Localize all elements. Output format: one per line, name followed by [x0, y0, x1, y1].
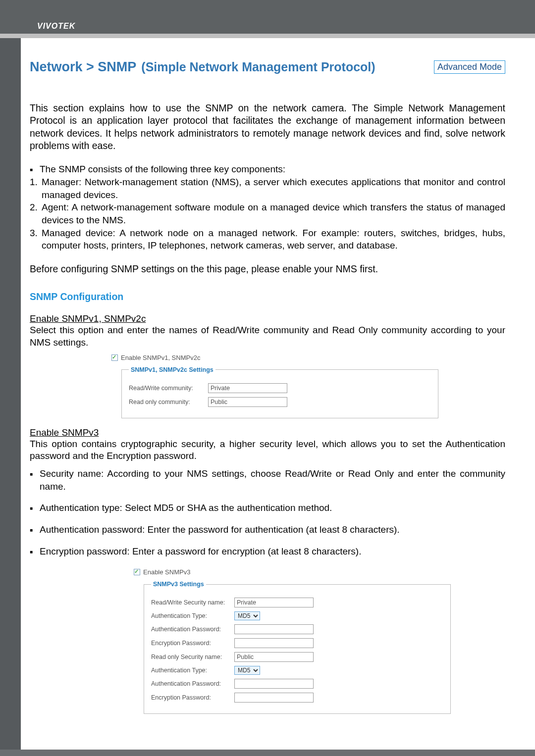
select-auth-type-rw[interactable]: MD5 [234, 611, 260, 620]
component-manager: Manager: Network-management station (NMS… [42, 176, 505, 201]
component-agent: Agent: A network-management software mod… [42, 201, 505, 226]
input-enc-pass-ro[interactable] [234, 693, 314, 703]
brand-logo: VIVOTEK [37, 22, 75, 30]
label-ro-security-name: Read only Security name: [151, 654, 234, 660]
before-note: Before configuring SNMP settings on the … [30, 263, 505, 275]
panel-snmpv12: Enable SNMPv1, SNMPv2c SNMPv1, SNMPv2c S… [111, 354, 438, 418]
advanced-mode-badge: Advanced Mode [434, 60, 505, 74]
components-intro: The SNMP consists of the following three… [40, 163, 505, 176]
checkbox-enable-v12-label: Enable SNMPv1, SNMPv2c [121, 354, 200, 361]
fieldset-v12-settings: SNMPv1, SNMPv2c Settings Read/Write comm… [121, 366, 438, 418]
input-ro-community[interactable] [208, 397, 287, 407]
label-enc-pass-ro: Encryption Password: [151, 694, 234, 701]
v3-bullet-security-name: Security name: According to your NMS set… [40, 467, 505, 493]
input-ro-security-name[interactable] [234, 652, 314, 662]
v3-bullet-auth-type: Authentication type: Select MD5 or SHA a… [40, 502, 505, 514]
list-number: 1. [30, 176, 42, 201]
section-snmp-config: SNMP Configuration [30, 291, 505, 302]
intro-paragraph: This section explains how to use the SNM… [30, 102, 505, 152]
bullet-square-icon: ■ [30, 163, 40, 176]
v3-bullet-auth-pass: Authentication password: Enter the passw… [40, 523, 505, 536]
input-enc-pass-rw[interactable] [234, 638, 314, 648]
checkbox-enable-v3-label: Enable SNMPv3 [143, 568, 190, 576]
select-auth-type-ro[interactable]: MD5 [234, 666, 260, 675]
checkbox-enable-v12[interactable] [111, 354, 118, 361]
panel-snmpv3: Enable SNMPv3 SNMPv3 Settings Read/Write… [134, 568, 451, 714]
fieldset-v3-settings: SNMPv3 Settings Read/Write Security name… [144, 581, 451, 714]
input-rw-security-name[interactable] [234, 598, 314, 607]
legend-v12: SNMPv1, SNMPv2c Settings [129, 366, 215, 373]
label-auth-pass-rw: Authentication Password: [151, 626, 234, 633]
label-auth-type-ro: Authentication Type: [151, 667, 234, 674]
label-rw-security-name: Read/Write Security name: [151, 599, 234, 606]
component-device: Managed device: A network node on a mana… [42, 227, 505, 252]
legend-v3: SNMPv3 Settings [151, 581, 206, 588]
bullet-square-icon: ■ [30, 502, 40, 514]
v3-bullet-enc-pass: Encryption password: Enter a password fo… [40, 545, 505, 558]
label-rw-community: Read/Write community: [129, 385, 208, 392]
list-number: 3. [30, 227, 42, 252]
bullet-square-icon: ■ [30, 545, 40, 558]
list-number: 2. [30, 201, 42, 226]
desc-enable-v3: This option contains cryptographic secur… [30, 438, 505, 462]
label-auth-pass-ro: Authentication Password: [151, 680, 234, 687]
label-ro-community: Read only community: [129, 399, 208, 405]
label-enc-pass-rw: Encryption Password: [151, 640, 234, 647]
input-auth-pass-ro[interactable] [234, 679, 314, 689]
desc-enable-v12: Select this option and enter the names o… [30, 324, 505, 349]
heading-enable-v3: Enable SNMPv3 [30, 427, 99, 438]
page-title: Network > SNMP [30, 59, 136, 75]
label-auth-type-rw: Authentication Type: [151, 612, 234, 619]
bullet-square-icon: ■ [30, 467, 40, 493]
input-rw-community[interactable] [208, 383, 287, 393]
page-footer: 74 - User's Manual [0, 750, 535, 756]
page-subtitle: (Simple Network Management Protocol) [141, 60, 375, 74]
page-title-row: Network > SNMP (Simple Network Managemen… [30, 59, 505, 75]
input-auth-pass-rw[interactable] [234, 624, 314, 634]
heading-enable-v12: Enable SNMPv1, SNMPv2c [30, 313, 146, 324]
bullet-square-icon: ■ [30, 523, 40, 536]
checkbox-enable-v3[interactable] [134, 569, 140, 575]
